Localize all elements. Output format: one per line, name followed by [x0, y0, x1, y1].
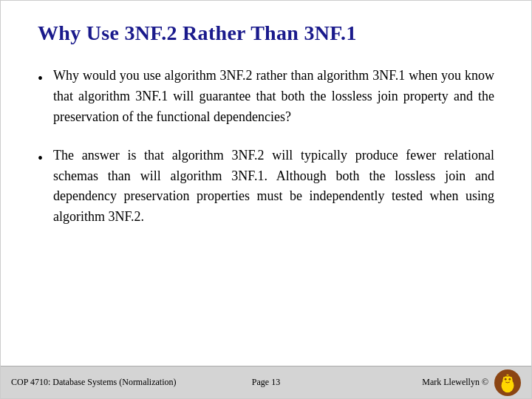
footer-author: Mark Llewellyn © [422, 377, 488, 388]
slide-content: Why Use 3NF.2 Rather Than 3NF.1 • Why wo… [1, 1, 531, 366]
svg-point-5 [508, 378, 511, 380]
bullet-dot-2: • [38, 147, 43, 169]
bullet-text-1: Why would you use algorithm 3NF.2 rather… [53, 66, 494, 128]
slide-footer: COP 4710: Database Systems (Normalizatio… [1, 366, 531, 398]
slide-title: Why Use 3NF.2 Rather Than 3NF.1 [38, 21, 494, 45]
footer-left-text: COP 4710: Database Systems (Normalizatio… [11, 377, 181, 388]
footer-page-number: Page 13 [181, 377, 351, 388]
footer-logo [494, 369, 521, 396]
bullet-dot-1: • [38, 67, 43, 89]
slide: Why Use 3NF.2 Rather Than 3NF.1 • Why wo… [0, 0, 532, 399]
footer-right: Mark Llewellyn © [351, 369, 521, 396]
bullet-item-1: • Why would you use algorithm 3NF.2 rath… [38, 66, 494, 128]
bullet-item-2: • The answer is that algorithm 3NF.2 wil… [38, 146, 494, 228]
bullet-list: • Why would you use algorithm 3NF.2 rath… [38, 66, 494, 228]
bullet-text-2: The answer is that algorithm 3NF.2 will … [53, 146, 494, 228]
svg-point-4 [505, 378, 507, 380]
